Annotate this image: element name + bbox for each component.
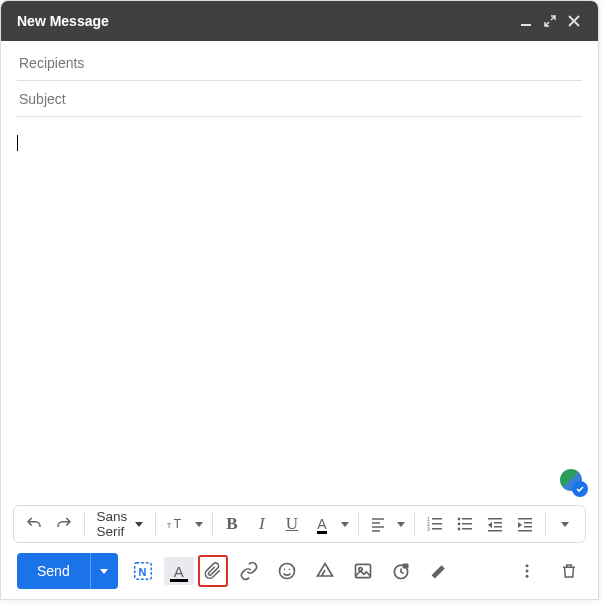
window-title: New Message xyxy=(17,13,109,29)
recipients-row xyxy=(17,45,582,81)
svg-text:T: T xyxy=(173,517,181,531)
message-body[interactable] xyxy=(1,117,598,499)
svg-point-10 xyxy=(457,523,460,526)
svg-text:N: N xyxy=(138,566,146,578)
text-format-icon[interactable]: A xyxy=(164,557,194,585)
send-button-group: Send xyxy=(17,553,118,589)
font-size-icon[interactable]: TT xyxy=(162,510,190,538)
font-name-label: Sans Serif xyxy=(96,509,127,539)
svg-rect-15 xyxy=(488,518,502,520)
discard-draft-icon[interactable] xyxy=(552,554,586,588)
font-family-select[interactable]: Sans Serif xyxy=(90,510,149,538)
svg-point-34 xyxy=(526,575,529,578)
text-color-menu-icon[interactable] xyxy=(338,510,352,538)
chevron-down-icon xyxy=(100,569,108,574)
minimize-icon[interactable] xyxy=(514,9,538,33)
undo-icon[interactable] xyxy=(20,510,48,538)
confidential-mode-icon[interactable] xyxy=(384,554,418,588)
bold-icon[interactable]: B xyxy=(218,510,246,538)
numbered-list-icon[interactable]: 123 xyxy=(421,510,449,538)
svg-rect-19 xyxy=(518,518,532,520)
text-caret xyxy=(17,135,18,151)
svg-rect-21 xyxy=(524,526,532,528)
subject-input[interactable] xyxy=(17,90,582,108)
insert-link-icon[interactable] xyxy=(232,554,266,588)
send-label: Send xyxy=(37,563,70,579)
subject-row xyxy=(17,81,582,117)
svg-rect-17 xyxy=(494,526,502,528)
svg-point-11 xyxy=(457,528,460,531)
more-formatting-icon[interactable] xyxy=(551,510,579,538)
expand-icon[interactable] xyxy=(538,9,562,33)
svg-rect-18 xyxy=(488,530,502,532)
svg-rect-20 xyxy=(524,522,532,524)
titlebar: New Message xyxy=(1,1,598,41)
formatting-toolbar: Sans Serif TT B I U A 123 xyxy=(13,505,586,543)
insert-emoji-icon[interactable] xyxy=(270,554,304,588)
chevron-down-icon xyxy=(341,522,349,527)
svg-rect-12 xyxy=(462,518,472,520)
redo-icon[interactable] xyxy=(50,510,78,538)
indent-more-icon[interactable] xyxy=(511,510,539,538)
chevron-down-icon xyxy=(195,522,203,527)
svg-point-9 xyxy=(457,518,460,521)
text-color-icon[interactable]: A xyxy=(308,510,336,538)
underline-icon[interactable]: U xyxy=(278,510,306,538)
recipients-input[interactable] xyxy=(17,54,582,72)
svg-rect-13 xyxy=(462,523,472,525)
insert-signature-icon[interactable] xyxy=(422,554,456,588)
svg-point-25 xyxy=(279,564,294,579)
insert-photo-icon[interactable] xyxy=(346,554,380,588)
insert-drive-icon[interactable] xyxy=(308,554,342,588)
svg-rect-0 xyxy=(521,24,531,26)
spellcheck-icon[interactable]: N xyxy=(126,554,160,588)
align-icon[interactable] xyxy=(364,510,392,538)
action-bar: Send N A xyxy=(1,549,598,599)
svg-rect-22 xyxy=(518,530,532,532)
svg-text:T: T xyxy=(166,521,171,530)
svg-rect-16 xyxy=(494,522,502,524)
close-icon[interactable] xyxy=(562,9,586,33)
svg-rect-31 xyxy=(402,564,408,569)
svg-text:3: 3 xyxy=(427,526,430,532)
compose-window: New Message xyxy=(0,0,599,600)
attach-file-icon[interactable] xyxy=(198,555,228,587)
presence-badge xyxy=(560,469,584,493)
svg-point-33 xyxy=(526,570,529,573)
send-button[interactable]: Send xyxy=(17,553,90,589)
chevron-down-icon xyxy=(397,522,405,527)
svg-rect-8 xyxy=(432,528,442,530)
header-fields xyxy=(1,41,598,117)
bulleted-list-icon[interactable] xyxy=(451,510,479,538)
font-size-menu-icon[interactable] xyxy=(192,510,206,538)
svg-point-32 xyxy=(526,564,529,567)
svg-rect-14 xyxy=(462,528,472,530)
svg-point-26 xyxy=(283,569,285,571)
align-menu-icon[interactable] xyxy=(394,510,408,538)
chevron-down-icon xyxy=(135,522,143,527)
send-options-button[interactable] xyxy=(90,553,118,589)
svg-rect-28 xyxy=(355,564,370,577)
svg-point-27 xyxy=(288,569,290,571)
more-options-icon[interactable] xyxy=(510,554,544,588)
indent-less-icon[interactable] xyxy=(481,510,509,538)
italic-icon[interactable]: I xyxy=(248,510,276,538)
svg-rect-7 xyxy=(432,523,442,525)
chevron-down-icon xyxy=(561,522,569,527)
insert-icons: N A xyxy=(126,554,456,588)
svg-rect-6 xyxy=(432,518,442,520)
